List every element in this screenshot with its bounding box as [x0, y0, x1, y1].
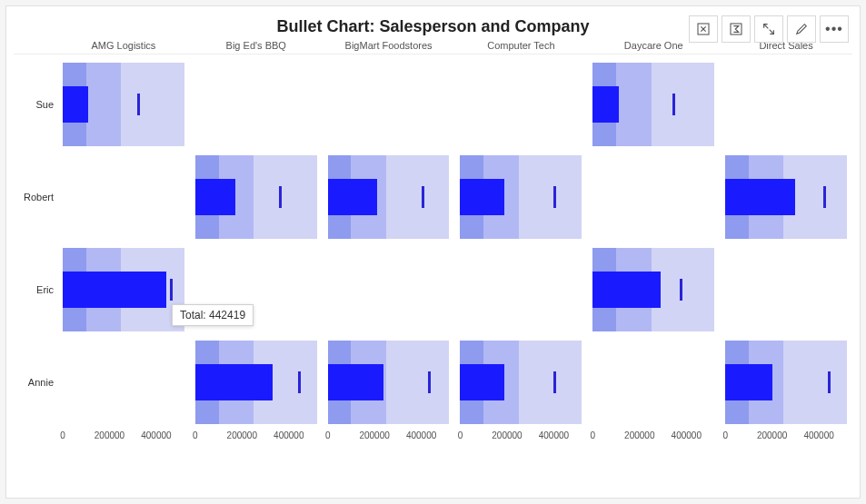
clear-button[interactable] [689, 15, 718, 43]
sigma-box-icon [729, 22, 743, 36]
chart-card: ••• Bullet Chart: Salesperson and Compan… [5, 5, 861, 499]
bullet-cell[interactable] [460, 341, 582, 424]
value-bar [592, 272, 661, 308]
bullet-cell[interactable] [592, 63, 714, 146]
axis-tick: 400000 [539, 430, 569, 440]
axis-cell: 0200000400000 [460, 430, 582, 449]
bullet-cell[interactable] [592, 248, 714, 331]
axis-cell: 0200000400000 [592, 430, 714, 449]
bullet-cell[interactable] [328, 341, 450, 424]
bullet-cell[interactable] [725, 155, 847, 239]
bullet-cell[interactable] [195, 155, 317, 239]
target-marker [553, 186, 556, 208]
target-marker [137, 94, 140, 115]
target-marker [823, 186, 826, 208]
value-bar [328, 179, 377, 215]
target-marker [553, 371, 556, 393]
value-bar [63, 86, 88, 123]
value-bar [195, 179, 235, 215]
axis-tick: 200000 [492, 430, 522, 440]
chart-row: Sue [14, 58, 852, 151]
target-marker [680, 279, 682, 301]
target-marker [672, 94, 675, 115]
axis-tick: 400000 [141, 430, 171, 440]
axis-cell: 0200000400000 [63, 430, 184, 449]
chart-row: Robert [14, 151, 852, 243]
totals-button[interactable] [722, 15, 751, 43]
chart-row: Eric [14, 243, 852, 336]
row-label: Sue [14, 99, 57, 110]
value-bar [725, 179, 795, 215]
target-marker [428, 371, 431, 393]
value-bar [63, 272, 166, 308]
axis-tick: 200000 [95, 430, 124, 440]
bullet-cell[interactable] [63, 63, 184, 146]
col-header: Computer Tech [454, 40, 587, 51]
target-marker [279, 186, 282, 208]
value-bar [328, 364, 384, 400]
toolbar: ••• [689, 15, 849, 43]
axis-tick: 0 [60, 430, 65, 440]
target-marker [170, 279, 173, 301]
app-root: ••• Bullet Chart: Salesperson and Compan… [0, 0, 866, 504]
target-marker [422, 186, 424, 208]
bullet-cell[interactable] [725, 341, 847, 424]
row-label: Robert [14, 192, 57, 203]
axis-tick: 200000 [624, 430, 654, 440]
bullet-cell[interactable] [195, 341, 317, 424]
axis-tick: 0 [193, 430, 198, 440]
value-bar [460, 179, 504, 215]
axis-cell: 0200000400000 [195, 430, 317, 449]
value-bar [460, 364, 504, 400]
axis-tick: 200000 [757, 430, 787, 440]
svg-line-4 [764, 25, 769, 29]
col-header: BigMart Foodstores [323, 40, 455, 51]
row-label: Annie [14, 377, 57, 388]
expand-button[interactable] [754, 15, 783, 43]
expand-icon [761, 22, 776, 36]
edit-button[interactable] [787, 15, 816, 43]
axis-tick: 400000 [274, 430, 304, 440]
chart-row: Annie [14, 336, 852, 429]
pencil-icon [794, 22, 809, 36]
value-bar [195, 364, 273, 400]
axis-tick: 0 [325, 430, 331, 440]
bullet-cell[interactable] [460, 155, 582, 239]
chart-area: AMG Logistics Big Ed's BBQ BigMart Foods… [14, 40, 852, 481]
svg-line-5 [770, 30, 774, 35]
axis-tick: 400000 [803, 430, 833, 440]
axis-cell: 0200000400000 [328, 430, 450, 449]
value-bar [592, 86, 618, 123]
x-box-icon [696, 22, 711, 36]
axis-tick: 0 [722, 430, 728, 440]
bullet-cell[interactable] [328, 155, 450, 239]
axis-tick: 200000 [227, 430, 257, 440]
bullet-cell[interactable] [63, 248, 184, 331]
axis-tick: 400000 [406, 430, 436, 440]
more-button[interactable]: ••• [820, 15, 849, 43]
col-header: AMG Logistics [57, 40, 190, 51]
axis-tick: 0 [591, 430, 596, 440]
axis-cell: 0200000400000 [725, 430, 847, 449]
value-bar [725, 364, 771, 400]
axis-tick: 200000 [359, 430, 389, 440]
axis-tick: 0 [458, 430, 463, 440]
target-marker [828, 371, 831, 393]
axis-tick: 400000 [672, 430, 702, 440]
col-header: Big Ed's BBQ [190, 40, 323, 51]
row-label: Eric [14, 284, 57, 295]
x-axis-row: 0200000400000020000040000002000004000000… [14, 430, 852, 449]
target-marker [298, 371, 301, 393]
